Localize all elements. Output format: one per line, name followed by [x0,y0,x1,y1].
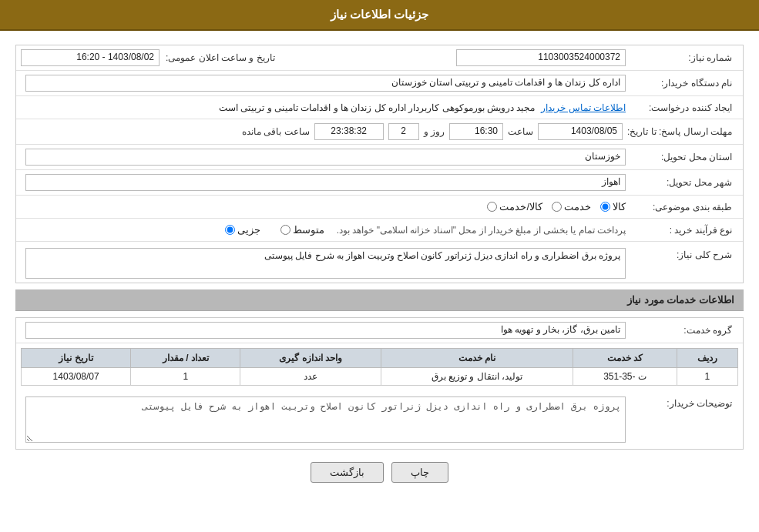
purchase-type-value-cell: پرداخت تمام یا بخشی از مبلغ خریدار از مح… [21,223,630,237]
category-value-cell: کالا/خدمت خدمت کالا [21,199,630,214]
service-group-input: تامین برق، گاز، بخار و تهویه هوا [25,322,626,339]
services-table: ردیف کد خدمت نام خدمت واحد اندازه گیری ت… [21,348,738,386]
buyer-description-textarea[interactable] [25,396,626,443]
announcement-date-input: 1403/08/02 - 16:20 [21,49,160,66]
service-group-value-cell: تامین برق، گاز، بخار و تهویه هوا [21,320,630,340]
services-section: گروه خدمت: تامین برق، گاز، بخار و تهویه … [15,317,744,450]
category-radio-kala: کالا [600,201,626,212]
creator-link[interactable]: اطلاعات تماس خریدار [541,102,626,113]
table-row: 1ت -35-351تولید، انتقال و توزیع برقعدد11… [22,368,738,386]
buyer-org-label: نام دستگاه خریدار: [630,78,738,89]
col-service-code: کد خدمت [573,349,677,368]
category-label: طبقه بندی موضوعی: [630,202,738,212]
response-date-input: 1403/08/05 [538,123,623,140]
col-need-date: تاریخ نیاز [22,349,131,368]
col-unit: واحد اندازه گیری [240,349,381,368]
print-button[interactable]: چاپ [391,462,448,483]
remaining-time-label: ساعت باقی مانده [242,126,310,137]
need-summary-row: شرح کلی نیاز: پروژه برق اضطراری و راه ان… [16,242,743,283]
remaining-time-input: 23:38:32 [314,123,384,140]
need-number-label: شماره نیاز: [630,52,738,63]
page-wrapper: جزئیات اطلاعات نیاز شماره نیاز: 11030035… [0,0,759,532]
service-group-row: گروه خدمت: تامین برق، گاز، بخار و تهویه … [16,318,743,343]
category-radio-kala-khadamat: کالا/خدمت [487,201,542,212]
province-input: خوزستان [25,149,626,166]
buyer-description-row: توضیحات خریدار: [16,390,743,449]
services-section-title: اطلاعات خدمات مورد نیاز [15,289,744,311]
page-header: جزئیات اطلاعات نیاز [0,0,759,31]
need-summary-input: پروژه برق اضطراری و راه اندازی دیزل ژنرا… [25,248,626,279]
footer-buttons: چاپ بازگشت [15,462,744,483]
services-table-section: ردیف کد خدمت نام خدمت واحد اندازه گیری ت… [16,343,743,390]
response-deadline-label: مهلت ارسال پاسخ: تا تاریخ: [627,126,738,137]
creator-value: مجید درویش بورموکوهی کاربردار اداره کل ز… [219,102,535,113]
response-time-input: 16:30 [449,123,503,140]
buyer-description-label: توضیحات خریدار: [630,395,738,409]
city-input: اهواز [25,174,626,191]
response-deadline-row: مهلت ارسال پاسخ: تا تاریخ: 1403/08/05 سا… [16,119,743,145]
purchase-type-row: نوع فرآیند خرید : پرداخت تمام یا بخشی از… [16,219,743,242]
province-row: استان محل تحویل: خوزستان [16,145,743,170]
announcement-date-label: تاریخ و ساعت اعلان عمومی: [166,52,275,63]
city-label: شهر محل تحویل: [630,177,738,188]
col-row-num: ردیف [677,349,737,368]
city-value-cell: اهواز [21,172,630,192]
purchase-type-note: پرداخت تمام یا بخشی از مبلغ خریدار از مح… [337,225,626,236]
response-time-label: ساعت [508,126,533,137]
need-number-row: شماره نیاز: 1103003524000372 تاریخ و ساع… [16,45,743,71]
need-number-input: 1103003524000372 [456,49,626,66]
need-summary-value-cell: پروژه برق اضطراری و راه اندازی دیزل ژنرا… [21,246,630,280]
radio-kala[interactable] [600,202,610,212]
category-radio-group: کالا/خدمت خدمت کالا [25,201,626,212]
radio-khadamat[interactable] [552,202,562,212]
creator-value-cell: اطلاعات تماس خریدار مجید درویش بورموکوهی… [21,101,630,115]
purchase-type-label: نوع فرآیند خرید : [630,225,738,236]
main-content: شماره نیاز: 1103003524000372 تاریخ و ساع… [0,31,759,490]
radio-jozei[interactable] [225,225,235,235]
table-header-row: ردیف کد خدمت نام خدمت واحد اندازه گیری ت… [22,349,738,368]
radio-medium[interactable] [280,225,291,235]
col-quantity: تعداد / مقدار [131,349,240,368]
category-radio-khadamat: خدمت [552,201,591,212]
category-row: طبقه بندی موضوعی: کالا/خدمت خدمت کالا [16,196,743,219]
radio-kala-khadamat[interactable] [487,202,497,212]
buyer-org-input: اداره کل زندان ها و اقدامات تامینی و ترب… [25,75,626,92]
col-service-name: نام خدمت [381,349,573,368]
purchase-radio-jozei: جزیی [225,224,260,236]
creator-label: ایجاد کننده درخواست: [630,102,738,113]
info-section: شماره نیاز: 1103003524000372 تاریخ و ساع… [15,45,744,283]
purchase-radio-medium: متوسط [280,224,324,236]
buyer-org-value-cell: اداره کل زندان ها و اقدامات تامینی و ترب… [21,73,630,93]
response-deadline-value-cell: 1403/08/05 ساعت 16:30 روز و 2 23:38:32 [21,122,627,142]
buyer-org-row: نام دستگاه خریدار: اداره کل زندان ها و ا… [16,71,743,96]
back-button[interactable]: بازگشت [311,462,384,483]
need-summary-label: شرح کلی نیاز: [630,246,738,260]
province-label: استان محل تحویل: [630,152,738,162]
page-title: جزئیات اطلاعات نیاز [331,8,428,21]
city-row: شهر محل تحویل: اهواز [16,170,743,196]
creator-row: ایجاد کننده درخواست: اطلاعات تماس خریدار… [16,96,743,119]
remaining-days-input: 2 [388,123,419,140]
province-value-cell: خوزستان [21,147,630,167]
remaining-days-label: روز و [424,126,445,137]
need-number-value-cell: 1103003524000372 [281,48,630,68]
date-row: 1403/08/05 ساعت 16:30 روز و 2 23:38:32 [25,123,623,140]
service-group-label: گروه خدمت: [630,325,738,336]
buyer-description-value-cell [21,395,630,447]
process-type-row: پرداخت تمام یا بخشی از مبلغ خریدار از مح… [25,224,626,236]
